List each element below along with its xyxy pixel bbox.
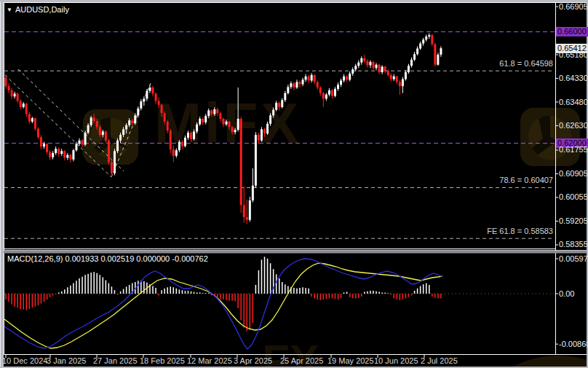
- candle-body: [405, 72, 407, 79]
- candle-body: [246, 217, 248, 220]
- shutter-logo-watermark: [520, 108, 580, 166]
- fib-level-label: 78.6 = 0.60407: [499, 176, 553, 185]
- candle-body: [143, 98, 145, 101]
- candle-body: [314, 75, 316, 82]
- candle-body: [75, 144, 77, 150]
- candle-body: [440, 48, 442, 55]
- candle-body: [237, 119, 239, 130]
- candle-body: [428, 35, 430, 36]
- candle-body: [393, 77, 395, 79]
- candle-body: [346, 77, 348, 80]
- candle-body: [46, 144, 48, 152]
- price-axis-label: 0.61755: [559, 145, 588, 154]
- candle-body: [96, 121, 98, 127]
- candle-body: [134, 115, 136, 123]
- price-axis-label: 0.66905: [559, 2, 588, 12]
- candle-body: [396, 77, 398, 82]
- candle-body: [354, 66, 357, 69]
- candle-body: [216, 109, 218, 113]
- candle-body: [317, 82, 319, 87]
- candle-body: [161, 105, 163, 113]
- price-axis-label: 0.60055: [559, 192, 588, 202]
- symbol-title-label: AUDUSD,Daily: [15, 5, 69, 14]
- broker-text-watermark: MiFX: [154, 91, 301, 155]
- axis-ticks: [6, 7, 558, 358]
- candle-body: [334, 89, 336, 96]
- price-axis-label: 0.59205: [559, 216, 588, 226]
- candle-body: [287, 87, 289, 93]
- date-axis-label: 10 Dec 2024: [2, 356, 47, 366]
- candle-body: [402, 79, 404, 87]
- candle-body: [204, 116, 207, 122]
- candle-body: [119, 135, 122, 141]
- candle-body: [360, 58, 362, 63]
- candle-body: [5, 78, 7, 86]
- candle-body: [111, 163, 113, 173]
- candle-body: [122, 129, 124, 135]
- candle-body: [93, 117, 95, 121]
- candle-body: [305, 77, 307, 80]
- candle-body: [222, 119, 224, 125]
- candle-body: [357, 63, 359, 66]
- candle-body: [152, 87, 154, 93]
- candle-body: [187, 133, 189, 138]
- chevron-down-icon[interactable]: ▼: [7, 7, 12, 13]
- candle-body: [31, 118, 33, 122]
- price-axis-label: 0.64330: [559, 74, 588, 83]
- candle-body: [87, 125, 90, 133]
- candle-body: [184, 138, 186, 146]
- candle-body: [293, 83, 295, 87]
- candle-body: [311, 75, 313, 81]
- candle-body: [349, 74, 351, 79]
- candle-body: [419, 44, 421, 49]
- candle-body: [373, 62, 375, 68]
- date-axis-label: 25 Apr 2025: [280, 356, 323, 366]
- candle-body: [328, 90, 330, 95]
- candle-body: [137, 109, 139, 116]
- candle-body: [243, 205, 245, 216]
- candle-body: [199, 119, 201, 125]
- candle-body: [281, 100, 283, 107]
- candle-body: [363, 58, 365, 61]
- date-axis-label: 27 Jan 2025: [93, 356, 138, 366]
- candle-body: [14, 94, 16, 97]
- candle-body: [390, 75, 392, 79]
- candle-body: [234, 130, 237, 132]
- candle-body: [272, 110, 274, 116]
- candle-body: [190, 133, 192, 139]
- candle-body: [437, 55, 439, 65]
- candle-body: [431, 35, 433, 44]
- macd-axis-label: 0.00: [559, 289, 574, 299]
- pane-splitter[interactable]: [1, 251, 587, 254]
- candle-body: [60, 151, 63, 154]
- candle-body: [255, 135, 257, 186]
- candle-body: [196, 125, 198, 132]
- candle-body: [108, 141, 110, 163]
- date-axis-label: 18 Feb 2025: [140, 356, 185, 366]
- date-axis-label: 19 May 2025: [327, 356, 374, 366]
- candle-body: [308, 77, 310, 81]
- candle-body: [178, 142, 180, 150]
- candle-body: [410, 60, 413, 66]
- candle-body: [252, 186, 254, 200]
- candle-body: [23, 103, 25, 107]
- candle-body: [148, 87, 151, 91]
- pane-splitter[interactable]: [1, 250, 587, 251]
- candle-body: [17, 94, 19, 101]
- candle-body: [40, 137, 42, 146]
- candle-body: [158, 101, 160, 104]
- candle-body: [193, 132, 195, 139]
- candle-body: [366, 61, 368, 66]
- candle-body: [263, 129, 266, 133]
- candle-body: [295, 82, 298, 87]
- candle-body: [387, 71, 389, 75]
- candle-body: [52, 153, 54, 157]
- candle-body: [99, 127, 101, 135]
- candle-body: [278, 103, 280, 107]
- candle-body: [258, 135, 260, 141]
- candle-body: [384, 66, 386, 71]
- candle-body: [11, 90, 13, 96]
- price-axis-label: 0.58355: [559, 240, 588, 249]
- candle-body: [340, 81, 342, 85]
- date-axis-label: 3 Jan 2025: [47, 356, 86, 366]
